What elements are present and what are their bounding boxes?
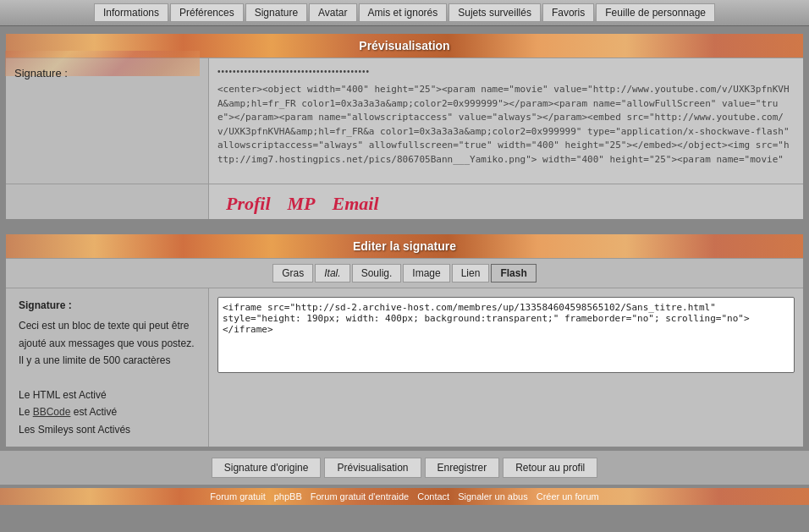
tab-avatar[interactable]: Avatar	[309, 3, 356, 22]
tab-signature[interactable]: Signature	[245, 3, 307, 22]
footer-link-4[interactable]: Signaler un abus	[458, 491, 528, 502]
footer-links: Forum gratuit phpBB Forum gratuit d'entr…	[3, 491, 806, 502]
bbcode-link[interactable]: BBCode	[33, 406, 71, 418]
editor-toolbar: Gras Ital. Soulig. Image Lien Flash	[6, 259, 803, 288]
signature-textarea[interactable]	[217, 297, 795, 373]
preview-left-panel: Signature :	[6, 58, 209, 184]
preview-section: Prévisualisation Signature : •••••••••••…	[5, 33, 804, 220]
bottom-buttons: Signature d'origine Prévisualisation Enr…	[0, 451, 809, 485]
underline-button[interactable]: Soulig.	[352, 264, 402, 282]
bold-button[interactable]: Gras	[272, 264, 313, 282]
email-action[interactable]: Email	[333, 193, 379, 215]
tab-informations[interactable]: Informations	[94, 3, 168, 22]
editor-bbcode-status: Le BBCode est Activé	[19, 403, 195, 420]
signature-label-preview: Signature :	[14, 67, 68, 80]
editor-html-status: Le HTML est Activé	[19, 387, 195, 403]
flash-button[interactable]: Flash	[491, 264, 536, 282]
editor-sig-label: Signature :	[19, 297, 195, 314]
tab-preferences[interactable]: Préférences	[170, 3, 244, 22]
retour-profil-button[interactable]: Retour au profil	[503, 458, 597, 478]
footer-link-3[interactable]: Contact	[417, 491, 449, 502]
preview-code: <center><object width="400" height="25">…	[217, 83, 795, 167]
preview-dots: ••••••••••••••••••••••••••••••••••••••••	[217, 67, 795, 76]
mp-action[interactable]: MP	[288, 193, 316, 215]
editor-desc-3: Il y a une limite de 500 caractères	[19, 352, 195, 369]
editor-header: Editer la signature	[6, 234, 803, 259]
italic-button[interactable]: Ital.	[315, 264, 349, 282]
editor-desc-2: ajouté aux messages que vous postez.	[19, 335, 195, 352]
editor-desc-1: Ceci est un bloc de texte qui peut être	[19, 317, 195, 334]
editor-section: Editer la signature Gras Ital. Soulig. I…	[5, 233, 804, 447]
tab-amis[interactable]: Amis et ignorés	[359, 3, 448, 22]
link-button[interactable]: Lien	[452, 264, 490, 282]
footer-link-0[interactable]: Forum gratuit	[210, 491, 265, 502]
editor-left-panel: Signature : Ceci est un bloc de texte qu…	[6, 288, 209, 447]
editor-right-panel	[209, 288, 803, 447]
footer-link-2[interactable]: Forum gratuit d'entraide	[311, 491, 409, 502]
image-button[interactable]: Image	[403, 264, 449, 282]
page-footer: Forum gratuit phpBB Forum gratuit d'entr…	[0, 488, 809, 505]
tab-sujets[interactable]: Sujets surveillés	[449, 3, 541, 22]
preview-actions: Profil MP Email	[209, 184, 803, 219]
profil-action[interactable]: Profil	[226, 193, 271, 215]
previsualisation-button[interactable]: Prévisualisation	[324, 458, 421, 478]
editor-smileys-status: Les Smileys sont Activés	[19, 421, 195, 438]
footer-link-5[interactable]: Créer un forum	[537, 491, 599, 502]
signature-origine-button[interactable]: Signature d'origine	[212, 458, 322, 478]
top-navigation: Informations Préférences Signature Avata…	[0, 0, 809, 26]
tab-favoris[interactable]: Favoris	[542, 3, 594, 22]
tab-feuille[interactable]: Feuille de personnage	[596, 3, 715, 22]
enregistrer-button[interactable]: Enregistrer	[425, 458, 500, 478]
editor-body: Signature : Ceci est un bloc de texte qu…	[6, 288, 803, 447]
preview-right-panel: ••••••••••••••••••••••••••••••••••••••••…	[209, 58, 803, 184]
footer-link-1[interactable]: phpBB	[274, 491, 302, 502]
